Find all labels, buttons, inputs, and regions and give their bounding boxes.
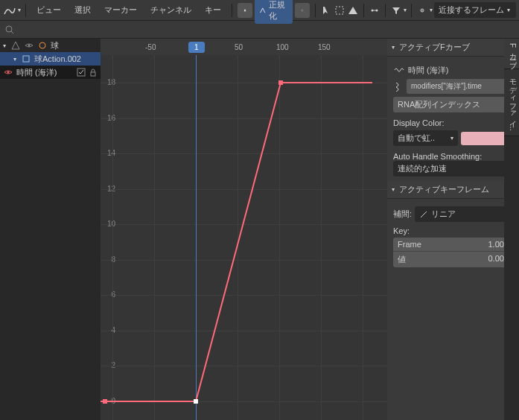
- hierarchy-channel[interactable]: 時間 (海洋): [0, 66, 101, 79]
- display-color-label: Display Color:: [393, 118, 513, 127]
- rna-icon: [393, 81, 404, 92]
- fcurve[interactable]: [101, 39, 372, 420]
- svg-point-5: [421, 10, 423, 11]
- menu-view[interactable]: ビュー: [31, 1, 67, 19]
- svg-line-7: [11, 31, 13, 34]
- normalize-label: 正規化: [269, 0, 288, 22]
- svg-point-9: [39, 42, 45, 48]
- interpolation-select[interactable]: リニア ▾: [415, 206, 513, 222]
- hierarchy-object[interactable]: ▸ 球: [0, 39, 101, 52]
- key-section-label: Key:: [393, 226, 513, 235]
- panel-header-keyframe[interactable]: ▸ アクティブキーフレーム ⠿: [387, 181, 519, 199]
- keyframe-handle[interactable]: [278, 80, 283, 85]
- properties-panel: ▸ アクティブFカーブ ⠿ 時間 (海洋) modifiers["海洋"].ti…: [387, 39, 519, 420]
- keyframe-value-field[interactable]: 値 0.000: [393, 251, 513, 267]
- interp-label: 補間:: [393, 209, 412, 220]
- sidebar-tabs: Fカーブ モディファイ…: [504, 39, 519, 420]
- svg-point-6: [6, 26, 12, 32]
- panel-title: アクティブFカーブ: [399, 42, 470, 53]
- svg-line-14: [421, 211, 427, 217]
- filter-icon[interactable]: [390, 3, 402, 18]
- graph-editor[interactable]: -50 1 50 100 150 181614121086420: [101, 39, 387, 420]
- auto-normalize-icon[interactable]: [295, 3, 310, 18]
- warning-icon[interactable]: [347, 3, 359, 18]
- svg-rect-10: [23, 56, 29, 62]
- keyframe-handle[interactable]: [103, 399, 107, 404]
- svg-point-11: [7, 71, 10, 74]
- pivot-icon[interactable]: [416, 3, 428, 18]
- snap-mode-select[interactable]: 近接するフレーム ▾: [434, 2, 516, 18]
- visibility-icon[interactable]: [24, 40, 34, 51]
- channel-sidebar: ▸ 球 ▸ 球Action.002 時間 (海洋): [0, 39, 101, 420]
- chevron-down-icon: ▾: [507, 7, 510, 13]
- chevron-down-icon: ▸: [1, 44, 8, 47]
- chevron-down-icon: ▾: [18, 7, 21, 13]
- smoothing-label: Auto Handle Smoothing:: [393, 152, 513, 161]
- editor-type-icon[interactable]: [3, 3, 16, 18]
- restrict-icon[interactable]: [10, 40, 21, 51]
- menu-marker[interactable]: マーカー: [98, 1, 143, 19]
- chevron-down-icon: ▾: [404, 7, 407, 13]
- svg-rect-0: [336, 7, 343, 14]
- search-input[interactable]: [18, 25, 515, 34]
- chevron-down-icon: ▸: [390, 46, 397, 49]
- handles-icon[interactable]: [369, 3, 381, 18]
- svg-point-8: [28, 45, 31, 47]
- object-icon: [37, 40, 48, 51]
- tab-fcurve[interactable]: Fカーブ: [504, 39, 519, 69]
- lock-icon[interactable]: [89, 68, 98, 77]
- mute-checkbox[interactable]: [77, 68, 86, 77]
- cursor-icon[interactable]: [320, 3, 332, 18]
- normalize-button[interactable]: 正規化: [255, 0, 293, 24]
- panel-header-fcurve[interactable]: ▸ アクティブFカーブ ⠿: [387, 39, 519, 57]
- panel-title: アクティブキーフレーム: [399, 184, 489, 195]
- toolbar: ▾ ビュー 選択 マーカー チャンネル キー 正規化 ▾ ▾ 近接するフレーム …: [0, 0, 519, 21]
- ghost-icon[interactable]: [238, 3, 252, 18]
- keyframe-frame-field[interactable]: Frame 1.000: [393, 238, 513, 251]
- visibility-icon[interactable]: [3, 67, 13, 77]
- action-icon: [21, 54, 31, 64]
- color-mode-select[interactable]: 自動で虹..▾: [393, 130, 458, 146]
- object-label: 球: [51, 40, 59, 51]
- chevron-down-icon: ▸: [390, 188, 397, 191]
- hierarchy-action[interactable]: ▸ 球Action.002: [0, 52, 101, 66]
- menu-select[interactable]: 選択: [69, 1, 97, 19]
- tab-modifier[interactable]: モディファイ…: [504, 69, 519, 136]
- snap-mode-label: 近接するフレーム: [439, 4, 504, 16]
- rna-index-field[interactable]: RNA配列インデックス 0: [393, 97, 513, 112]
- search-icon: [4, 25, 15, 35]
- keyframe-handle[interactable]: [194, 399, 198, 404]
- search-bar: [0, 21, 519, 39]
- linear-icon: [419, 210, 428, 219]
- chevron-down-icon: ▾: [430, 7, 433, 13]
- normalize-icon: [259, 6, 266, 15]
- svg-rect-13: [91, 72, 95, 76]
- menu-key[interactable]: キー: [199, 1, 227, 19]
- smoothing-select[interactable]: 連続的な加速▾: [393, 161, 513, 176]
- channel-name-display: 時間 (海洋): [408, 65, 448, 76]
- rna-path-field[interactable]: modifiers["海洋"].time: [407, 79, 513, 94]
- chevron-down-icon: ▸: [12, 57, 19, 60]
- channel-label: 時間 (海洋): [16, 67, 74, 78]
- menu-channel[interactable]: チャンネル: [144, 1, 197, 19]
- box-select-icon[interactable]: [334, 3, 346, 18]
- wave-icon: [393, 64, 405, 76]
- action-label: 球Action.002: [34, 54, 81, 65]
